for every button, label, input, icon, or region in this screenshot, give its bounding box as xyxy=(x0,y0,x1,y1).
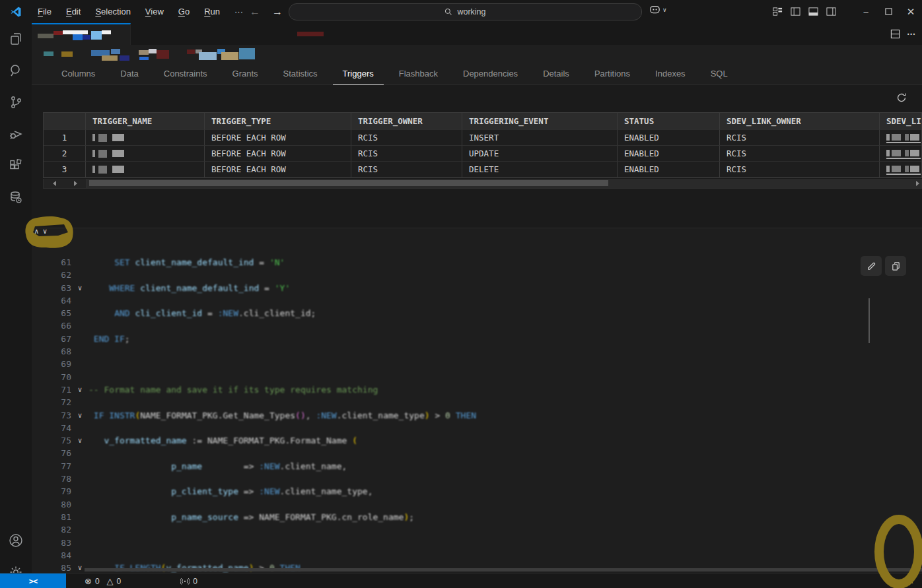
code-line[interactable]: 78 xyxy=(32,473,922,485)
grid-cell[interactable]: 2 xyxy=(44,146,86,162)
menu-edit[interactable]: Edit xyxy=(60,5,87,18)
database-connections-icon[interactable] xyxy=(0,181,32,213)
grid-cell[interactable]: RCIS xyxy=(720,162,880,178)
grid-scroll-track[interactable] xyxy=(87,179,921,188)
navigate-forward-icon[interactable]: → xyxy=(272,6,283,18)
code-line[interactable]: 75∨v_formatted_name := NAME_FORMAT_PKG.F… xyxy=(32,434,922,447)
code-line[interactable]: 73∨IF INSTR(NAME_FORMAT_PKG.Get_Name_Typ… xyxy=(32,409,922,422)
collapse-up-icon[interactable]: ∧ xyxy=(34,227,39,236)
grid-cell[interactable] xyxy=(86,130,205,146)
tab-indexes[interactable]: Indexes xyxy=(645,63,695,84)
search-icon[interactable] xyxy=(0,55,32,86)
tab-details[interactable]: Details xyxy=(533,63,579,84)
tab-columns[interactable]: Columns xyxy=(52,63,105,84)
collapse-down-icon[interactable]: ∨ xyxy=(43,227,48,236)
tab-statistics[interactable]: Statistics xyxy=(273,63,328,84)
grid-cell[interactable]: ENABLED xyxy=(618,162,720,178)
code-line[interactable]: 65AND cli_client_id = :NEW.cli_client_id… xyxy=(32,307,922,319)
menu-go[interactable]: Go xyxy=(172,5,195,18)
code-line[interactable]: 70 xyxy=(32,371,922,383)
grid-cell[interactable] xyxy=(880,162,922,178)
fold-chevron-icon[interactable]: ∨ xyxy=(71,282,89,294)
fold-chevron-icon[interactable]: ∨ xyxy=(71,409,89,422)
source-control-icon[interactable] xyxy=(0,86,32,118)
code-line[interactable]: 74 xyxy=(32,422,922,434)
editor-horizontal-scrollbar[interactable] xyxy=(85,568,922,572)
ports-indicator[interactable]: 0 xyxy=(180,577,197,586)
table-row[interactable]: 3BEFORE EACH ROWRCISDELETEENABLEDRCIS xyxy=(44,162,921,178)
split-editor-icon[interactable] xyxy=(890,29,900,39)
grid-cell[interactable]: RCIS xyxy=(351,130,462,146)
toggle-panel-icon[interactable] xyxy=(804,0,822,23)
code-line[interactable]: 61SET client_name_default_ind = 'N' xyxy=(32,256,922,269)
grid-cell[interactable]: ENABLED xyxy=(618,146,720,162)
grid-cell[interactable]: ENABLED xyxy=(618,130,720,146)
accounts-icon[interactable] xyxy=(0,525,32,556)
copilot-button[interactable]: ∨ xyxy=(649,5,667,15)
refresh-icon[interactable] xyxy=(894,90,909,105)
fold-chevron-icon[interactable]: ∨ xyxy=(71,434,89,447)
copy-button[interactable] xyxy=(885,256,906,276)
code-line[interactable]: 79p_client_type => :NEW.client_name_type… xyxy=(32,485,922,498)
maximize-button[interactable] xyxy=(877,0,900,23)
grid-cell[interactable]: RCIS xyxy=(351,162,462,178)
grid-cell[interactable]: RCIS xyxy=(720,130,880,146)
code-line[interactable]: 67END IF; xyxy=(32,333,922,345)
code-editor[interactable]: 61SET client_name_default_ind = 'N'6263∨… xyxy=(32,228,922,573)
tab-data[interactable]: Data xyxy=(110,63,148,84)
minimize-button[interactable]: – xyxy=(855,0,877,23)
edit-button[interactable] xyxy=(861,256,882,276)
extensions-icon[interactable] xyxy=(0,150,32,181)
code-line[interactable]: 71∨-- Format name and save it if its typ… xyxy=(32,383,922,396)
run-and-debug-icon[interactable] xyxy=(0,118,32,150)
tab-constraints[interactable]: Constraints xyxy=(154,63,217,84)
tab-flashback[interactable]: Flashback xyxy=(389,63,448,84)
toggle-primary-sidebar-icon[interactable] xyxy=(787,0,804,23)
code-lines[interactable]: 61SET client_name_default_ind = 'N'6263∨… xyxy=(32,256,922,573)
grid-scroll-arrows[interactable] xyxy=(44,179,87,188)
grid-cell[interactable] xyxy=(86,146,205,162)
code-line[interactable]: 83 xyxy=(32,537,922,549)
code-line[interactable]: 76 xyxy=(32,447,922,459)
grid-cell[interactable]: BEFORE EACH ROW xyxy=(205,130,351,146)
table-row[interactable]: 2BEFORE EACH ROWRCISUPDATEENABLEDRCIS xyxy=(44,146,921,162)
grid-cell[interactable]: BEFORE EACH ROW xyxy=(205,162,351,178)
tab-partitions[interactable]: Partitions xyxy=(585,63,640,84)
explorer-icon[interactable] xyxy=(0,23,32,55)
code-line[interactable]: 69 xyxy=(32,358,922,370)
remote-indicator[interactable]: >< xyxy=(0,573,66,588)
grid-cell[interactable]: UPDATE xyxy=(462,146,618,162)
navigate-back-icon[interactable]: ← xyxy=(250,6,260,18)
menu-view[interactable]: View xyxy=(139,5,170,18)
menu-selection[interactable]: Selection xyxy=(89,5,136,18)
editor-vertical-scrollbar[interactable] xyxy=(869,298,870,343)
grid-cell[interactable] xyxy=(880,130,922,146)
close-button[interactable]: ✕ xyxy=(900,0,922,23)
grid-cell[interactable]: RCIS xyxy=(351,146,462,162)
menu-file[interactable]: File xyxy=(32,5,57,18)
code-line[interactable]: 64 xyxy=(32,294,922,307)
table-row[interactable]: 1BEFORE EACH ROWRCISINSERTENABLEDRCIS xyxy=(44,130,921,146)
more-actions-icon[interactable]: ⋯ xyxy=(907,29,917,39)
grid-horizontal-scrollbar[interactable] xyxy=(43,179,922,189)
notification-bell-icon[interactable] xyxy=(904,575,914,586)
code-line[interactable]: 62 xyxy=(32,269,922,281)
menu-[interactable]: ··· xyxy=(229,5,249,18)
grid-cell[interactable]: RCIS xyxy=(720,146,880,162)
grid-cell[interactable]: BEFORE EACH ROW xyxy=(205,146,351,162)
grid-cell[interactable] xyxy=(86,162,205,178)
scroll-left-icon[interactable] xyxy=(53,181,56,186)
code-line[interactable]: 68 xyxy=(32,345,922,358)
problems-indicator[interactable]: ⊗ 0 △﻿ 0 xyxy=(85,576,121,586)
code-line[interactable]: 72 xyxy=(32,396,922,408)
command-center-search[interactable]: working xyxy=(289,3,642,20)
code-line[interactable]: 81p_name_source => NAME_FORMAT_PKG.cn_ro… xyxy=(32,511,922,523)
grid-cell[interactable]: 3 xyxy=(44,162,86,178)
grid-cell[interactable]: INSERT xyxy=(462,130,618,146)
toggle-secondary-sidebar-icon[interactable] xyxy=(822,0,840,23)
tab-grants[interactable]: Grants xyxy=(223,63,268,84)
code-line[interactable]: 84 xyxy=(32,549,922,562)
scroll-right-icon[interactable] xyxy=(916,181,919,186)
fold-chevron-icon[interactable]: ∨ xyxy=(71,383,89,396)
code-line[interactable]: 63∨WHERE client_name_default_ind = 'Y' xyxy=(32,282,922,294)
